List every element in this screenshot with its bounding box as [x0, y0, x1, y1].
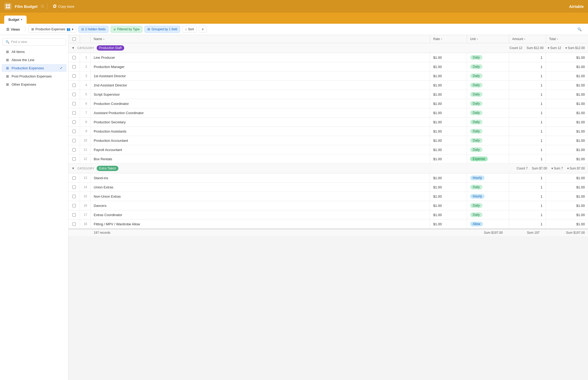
table-row[interactable]: 11 Payroll Accountant $1.00 Daily 1 $1.0…: [68, 145, 588, 154]
header-rate[interactable]: Rate ▾: [430, 35, 467, 43]
group-tag-production-staff: Production Staff: [97, 45, 124, 51]
table-row[interactable]: 8 Production Secretary $1.00 Daily 1 $1.…: [68, 118, 588, 127]
row-checkbox[interactable]: [68, 183, 80, 192]
table-row[interactable]: 4 2nd Assistant Director $1.00 Daily 1 $…: [68, 81, 588, 90]
name-sort-icon: ▾: [103, 38, 104, 41]
header-checkbox[interactable]: [68, 35, 80, 43]
sidebar-item-other-expenses[interactable]: ⊞ Other Expenses: [2, 80, 67, 88]
tab-dropdown-icon[interactable]: ▾: [21, 18, 22, 21]
row-checkbox[interactable]: [68, 99, 80, 108]
table-row[interactable]: 13 Stand-ins $1.00 Hourly 1 $1.00: [68, 173, 588, 183]
table-row[interactable]: 10 Production Accountant $1.00 Daily 1 $…: [68, 136, 588, 145]
row-select-checkbox[interactable]: [72, 111, 76, 115]
table-row[interactable]: 9 Production Assistants $1.00 Daily 1 $1…: [68, 127, 588, 136]
sidebar-item-all-items[interactable]: ⊞ All Items: [2, 48, 67, 56]
sidebar-item-production-expenses[interactable]: ⊞ Production Expenses ✓: [2, 64, 67, 72]
row-unit: Daily: [467, 53, 509, 62]
group-header-production-staff: ▼ CATEGORY Production Staff Count 12 Sum…: [68, 43, 588, 53]
row-checkbox[interactable]: [68, 173, 80, 182]
row-checkbox[interactable]: [68, 210, 80, 219]
table-row[interactable]: 16 Dancers $1.00 Daily 1 $1.00: [68, 201, 588, 210]
row-checkbox[interactable]: [68, 53, 80, 62]
filter-button[interactable]: ⊎ Filtered by Type: [111, 26, 142, 33]
row-select-checkbox[interactable]: [72, 176, 76, 180]
unit-badge: Daily: [470, 138, 482, 143]
row-select-checkbox[interactable]: [72, 204, 76, 207]
table-row[interactable]: 14 Union Extras $1.00 Daily 1 $1.00: [68, 183, 588, 192]
copy-base-button[interactable]: Copy base: [51, 3, 77, 9]
row-checkbox[interactable]: [68, 192, 80, 201]
row-select-checkbox[interactable]: [72, 157, 76, 161]
table-row[interactable]: 17 Extras Coordinator $1.00 Daily 1 $1.0…: [68, 210, 588, 220]
row-total: $1.00: [546, 173, 588, 182]
table-wrapper: Name ▾ Rate ▾ Unit ▾ Amount ▾ Total ▾: [68, 35, 588, 236]
row-select-checkbox[interactable]: [72, 65, 76, 69]
find-view-input[interactable]: 🔍 Find a view: [2, 38, 66, 46]
header-name[interactable]: Name ▾: [91, 35, 430, 43]
unit-badge: Daily: [470, 147, 482, 152]
sidebar-item-post-production-expenses[interactable]: ⊞ Post Production Expenses: [2, 72, 67, 80]
row-rate: $1.00: [430, 118, 467, 126]
sidebar: 🔍 Find a view ⊞ All Items ⊞ Above the Li…: [0, 35, 68, 380]
table-row[interactable]: 15 Non-Union Extras $1.00 Hourly 1 $1.00: [68, 192, 588, 201]
select-all-checkbox[interactable]: [72, 37, 76, 41]
row-total: $1.00: [546, 154, 588, 163]
row-number: 6: [80, 99, 91, 108]
hidden-fields-button[interactable]: ⊟ 2 hidden fields: [78, 26, 108, 33]
row-checkbox[interactable]: [68, 62, 80, 71]
row-rate: $1.00: [430, 71, 467, 80]
header-amount[interactable]: Amount ▾: [509, 35, 546, 43]
sidebar-item-above-the-line[interactable]: ⊞ Above the Line: [2, 56, 67, 64]
table-row[interactable]: 2 Production Manager $1.00 Daily 1 $1.00: [68, 62, 588, 71]
row-select-checkbox[interactable]: [72, 195, 76, 198]
row-number: 17: [80, 210, 91, 219]
row-checkbox[interactable]: [68, 118, 80, 126]
row-height-button[interactable]: ≡: [199, 26, 206, 33]
table-row[interactable]: 18 Fitting / MPV / Wardrobe Allow $1.00 …: [68, 220, 588, 229]
group-category-label: CATEGORY: [77, 46, 94, 50]
row-select-checkbox[interactable]: [72, 139, 76, 142]
row-checkbox[interactable]: [68, 81, 80, 90]
row-checkbox[interactable]: [68, 201, 80, 210]
row-checkbox[interactable]: [68, 136, 80, 145]
row-checkbox[interactable]: [68, 127, 80, 136]
table-selector-button[interactable]: ⊞ Production Expenses 👥 ▾: [28, 26, 76, 33]
table-row[interactable]: 7 Assistant Production Coordinator $1.00…: [68, 108, 588, 118]
row-select-checkbox[interactable]: [72, 213, 76, 217]
row-select-checkbox[interactable]: [72, 93, 76, 96]
header-unit[interactable]: Unit ▾: [467, 35, 509, 43]
row-number: 7: [80, 108, 91, 117]
table-row[interactable]: 5 Script Supervisor $1.00 Daily 1 $1.00: [68, 90, 588, 99]
row-select-checkbox[interactable]: [72, 74, 76, 78]
table-row[interactable]: 12 Box Rentals $1.00 Expense 1 $1.00: [68, 154, 588, 164]
table-row[interactable]: 3 1st Assistant Director $1.00 Daily 1 $…: [68, 71, 588, 81]
row-unit: Daily: [467, 136, 509, 145]
row-select-checkbox[interactable]: [72, 56, 76, 59]
sort-button[interactable]: ↕ Sort: [182, 26, 197, 33]
views-button[interactable]: ☰ Views: [4, 26, 22, 33]
row-select-checkbox[interactable]: [72, 84, 76, 87]
table-row[interactable]: 1 Line Producer $1.00 Daily 1 $1.00: [68, 53, 588, 62]
group-button[interactable]: ⊞ Grouped by 1 field: [144, 26, 180, 33]
row-checkbox[interactable]: [68, 90, 80, 99]
row-select-checkbox[interactable]: [72, 222, 76, 226]
row-select-checkbox[interactable]: [72, 102, 76, 105]
row-select-checkbox[interactable]: [72, 130, 76, 133]
row-checkbox[interactable]: [68, 154, 80, 163]
row-checkbox[interactable]: [68, 108, 80, 117]
group-collapse-extra-talent[interactable]: ▼: [72, 167, 75, 170]
row-select-checkbox[interactable]: [72, 120, 76, 124]
header-total[interactable]: Total ▾: [546, 35, 588, 43]
search-button[interactable]: 🔍: [575, 26, 584, 33]
group2-count-label: Count 7: [517, 167, 528, 170]
group-collapse-production-staff[interactable]: ▼: [72, 46, 75, 50]
budget-tab[interactable]: Budget ▾: [4, 16, 27, 24]
table-row[interactable]: 6 Production Coordinator $1.00 Daily 1 $…: [68, 99, 588, 108]
row-select-checkbox[interactable]: [72, 186, 76, 189]
row-checkbox[interactable]: [68, 145, 80, 154]
row-checkbox[interactable]: [68, 71, 80, 80]
row-name: Payroll Accountant: [91, 145, 430, 154]
row-checkbox[interactable]: [68, 220, 80, 228]
row-select-checkbox[interactable]: [72, 148, 76, 152]
unit-sort-icon: ▾: [477, 38, 478, 41]
